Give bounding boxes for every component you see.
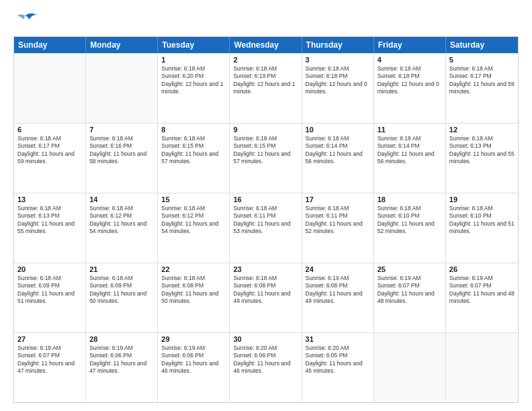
calendar-header: SundayMondayTuesdayWednesdayThursdayFrid… [14, 37, 518, 53]
day-header-saturday: Saturday [446, 37, 518, 53]
empty-cell [374, 333, 446, 402]
cell-info: Sunrise: 6:18 AM Sunset: 6:14 PM Dayligh… [378, 135, 442, 166]
cell-info: Sunrise: 6:18 AM Sunset: 6:10 PM Dayligh… [449, 205, 515, 236]
day-number: 25 [378, 265, 442, 273]
day-number: 22 [161, 265, 226, 273]
empty-cell [446, 333, 518, 402]
day-cell-29: 29Sunrise: 6:19 AM Sunset: 6:06 PM Dayli… [158, 333, 230, 402]
day-number: 13 [17, 195, 82, 203]
calendar-row: 27Sunrise: 6:19 AM Sunset: 6:07 PM Dayli… [14, 332, 518, 402]
logo-icon [13, 11, 38, 30]
day-cell-25: 25Sunrise: 6:19 AM Sunset: 6:07 PM Dayli… [374, 263, 446, 332]
cell-info: Sunrise: 6:19 AM Sunset: 6:06 PM Dayligh… [89, 345, 154, 375]
cell-info: Sunrise: 6:18 AM Sunset: 6:08 PM Dayligh… [161, 275, 226, 306]
day-number: 31 [306, 335, 370, 343]
empty-cell [86, 54, 158, 123]
cell-info: Sunrise: 6:18 AM Sunset: 6:17 PM Dayligh… [17, 135, 82, 166]
day-cell-4: 4Sunrise: 6:18 AM Sunset: 6:18 PM Daylig… [374, 54, 446, 123]
cell-info: Sunrise: 6:18 AM Sunset: 6:18 PM Dayligh… [378, 65, 442, 96]
calendar-row: 13Sunrise: 6:18 AM Sunset: 6:13 PM Dayli… [14, 193, 518, 263]
day-number: 17 [306, 195, 370, 203]
day-cell-18: 18Sunrise: 6:18 AM Sunset: 6:10 PM Dayli… [374, 193, 446, 263]
cell-info: Sunrise: 6:18 AM Sunset: 6:14 PM Dayligh… [306, 135, 370, 166]
cell-info: Sunrise: 6:19 AM Sunset: 6:07 PM Dayligh… [17, 345, 82, 375]
day-cell-1: 1Sunrise: 6:18 AM Sunset: 6:20 PM Daylig… [158, 54, 230, 123]
day-cell-24: 24Sunrise: 6:19 AM Sunset: 6:08 PM Dayli… [302, 263, 374, 332]
calendar-row: 1Sunrise: 6:18 AM Sunset: 6:20 PM Daylig… [14, 53, 518, 123]
day-number: 2 [233, 56, 298, 64]
cell-info: Sunrise: 6:18 AM Sunset: 6:17 PM Dayligh… [449, 65, 515, 96]
cell-info: Sunrise: 6:18 AM Sunset: 6:12 PM Dayligh… [161, 205, 226, 236]
cell-info: Sunrise: 6:20 AM Sunset: 6:06 PM Dayligh… [233, 345, 298, 375]
day-cell-20: 20Sunrise: 6:18 AM Sunset: 6:09 PM Dayli… [14, 263, 86, 332]
day-cell-10: 10Sunrise: 6:18 AM Sunset: 6:14 PM Dayli… [302, 124, 374, 193]
day-header-tuesday: Tuesday [158, 37, 230, 53]
cell-info: Sunrise: 6:18 AM Sunset: 6:11 PM Dayligh… [233, 205, 298, 236]
cell-info: Sunrise: 6:18 AM Sunset: 6:08 PM Dayligh… [233, 275, 298, 306]
day-number: 26 [449, 265, 515, 273]
cell-info: Sunrise: 6:18 AM Sunset: 6:13 PM Dayligh… [449, 135, 515, 166]
day-cell-22: 22Sunrise: 6:18 AM Sunset: 6:08 PM Dayli… [158, 263, 230, 332]
day-header-wednesday: Wednesday [230, 37, 302, 53]
day-number: 16 [233, 195, 298, 203]
day-number: 20 [17, 265, 82, 273]
day-header-thursday: Thursday [302, 37, 374, 53]
day-cell-27: 27Sunrise: 6:19 AM Sunset: 6:07 PM Dayli… [14, 333, 86, 402]
cell-info: Sunrise: 6:18 AM Sunset: 6:13 PM Dayligh… [17, 205, 82, 236]
day-number: 11 [378, 126, 442, 134]
day-cell-17: 17Sunrise: 6:18 AM Sunset: 6:11 PM Dayli… [302, 193, 374, 263]
calendar: SundayMondayTuesdayWednesdayThursdayFrid… [13, 36, 519, 403]
cell-info: Sunrise: 6:19 AM Sunset: 6:08 PM Dayligh… [306, 275, 370, 306]
day-number: 5 [449, 56, 515, 64]
day-number: 8 [161, 126, 226, 134]
cell-info: Sunrise: 6:19 AM Sunset: 6:06 PM Dayligh… [161, 345, 226, 375]
cell-info: Sunrise: 6:18 AM Sunset: 6:09 PM Dayligh… [89, 275, 154, 306]
day-cell-8: 8Sunrise: 6:18 AM Sunset: 6:15 PM Daylig… [158, 124, 230, 193]
day-number: 9 [233, 126, 298, 134]
day-cell-11: 11Sunrise: 6:18 AM Sunset: 6:14 PM Dayli… [374, 124, 446, 193]
day-number: 30 [233, 335, 298, 343]
day-header-friday: Friday [374, 37, 446, 53]
cell-info: Sunrise: 6:18 AM Sunset: 6:15 PM Dayligh… [161, 135, 226, 166]
day-cell-23: 23Sunrise: 6:18 AM Sunset: 6:08 PM Dayli… [230, 263, 302, 332]
day-cell-5: 5Sunrise: 6:18 AM Sunset: 6:17 PM Daylig… [446, 54, 518, 123]
day-number: 18 [378, 195, 442, 203]
day-number: 29 [161, 335, 226, 343]
day-cell-19: 19Sunrise: 6:18 AM Sunset: 6:10 PM Dayli… [446, 193, 518, 263]
calendar-row: 20Sunrise: 6:18 AM Sunset: 6:09 PM Dayli… [14, 263, 518, 332]
day-number: 4 [378, 56, 442, 64]
cell-info: Sunrise: 6:18 AM Sunset: 6:16 PM Dayligh… [89, 135, 154, 166]
cell-info: Sunrise: 6:18 AM Sunset: 6:15 PM Dayligh… [233, 135, 298, 166]
day-cell-9: 9Sunrise: 6:18 AM Sunset: 6:15 PM Daylig… [230, 124, 302, 193]
day-cell-28: 28Sunrise: 6:19 AM Sunset: 6:06 PM Dayli… [86, 333, 158, 402]
empty-cell [14, 54, 86, 123]
day-cell-2: 2Sunrise: 6:18 AM Sunset: 6:19 PM Daylig… [230, 54, 302, 123]
day-header-monday: Monday [86, 37, 158, 53]
logo [13, 11, 40, 30]
cell-info: Sunrise: 6:18 AM Sunset: 6:10 PM Dayligh… [378, 205, 442, 236]
cell-info: Sunrise: 6:18 AM Sunset: 6:09 PM Dayligh… [17, 275, 82, 306]
day-cell-31: 31Sunrise: 6:20 AM Sunset: 6:05 PM Dayli… [302, 333, 374, 402]
day-cell-14: 14Sunrise: 6:18 AM Sunset: 6:12 PM Dayli… [86, 193, 158, 263]
day-cell-7: 7Sunrise: 6:18 AM Sunset: 6:16 PM Daylig… [86, 124, 158, 193]
day-header-sunday: Sunday [14, 37, 86, 53]
day-number: 19 [449, 195, 515, 203]
cell-info: Sunrise: 6:20 AM Sunset: 6:05 PM Dayligh… [306, 345, 370, 375]
day-cell-15: 15Sunrise: 6:18 AM Sunset: 6:12 PM Dayli… [158, 193, 230, 263]
day-number: 7 [89, 126, 154, 134]
day-number: 10 [306, 126, 370, 134]
day-number: 24 [306, 265, 370, 273]
day-number: 15 [161, 195, 226, 203]
day-number: 12 [449, 126, 515, 134]
day-cell-30: 30Sunrise: 6:20 AM Sunset: 6:06 PM Dayli… [230, 333, 302, 402]
day-cell-13: 13Sunrise: 6:18 AM Sunset: 6:13 PM Dayli… [14, 193, 86, 263]
day-number: 27 [17, 335, 82, 343]
cell-info: Sunrise: 6:19 AM Sunset: 6:07 PM Dayligh… [449, 275, 515, 306]
day-number: 14 [89, 195, 154, 203]
page: SundayMondayTuesdayWednesdayThursdayFrid… [0, 0, 532, 411]
day-number: 1 [161, 56, 226, 64]
day-number: 6 [17, 126, 82, 134]
day-cell-26: 26Sunrise: 6:19 AM Sunset: 6:07 PM Dayli… [446, 263, 518, 332]
header [13, 11, 519, 30]
day-cell-21: 21Sunrise: 6:18 AM Sunset: 6:09 PM Dayli… [86, 263, 158, 332]
